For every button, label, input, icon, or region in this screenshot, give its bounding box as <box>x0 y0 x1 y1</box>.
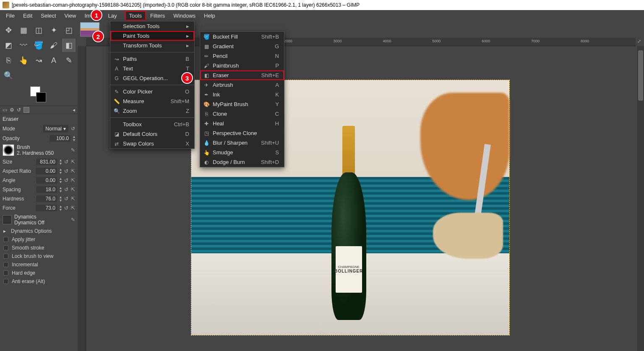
tools-menu-item[interactable]: 📏MeasureShift+M <box>110 96 194 106</box>
menu-layer[interactable]: Layer <box>104 11 117 21</box>
menu-view[interactable]: View <box>60 11 81 21</box>
menu-help[interactable]: Help <box>200 11 219 21</box>
paint-menu-item[interactable]: ◧EraserShift+E <box>200 70 284 80</box>
fuzzy-select-icon[interactable]: ✦ <box>47 23 60 37</box>
hardness-value[interactable]: 76.0 <box>36 195 57 202</box>
vertical-scrollbar[interactable] <box>637 46 644 351</box>
anti-erase-checkbox[interactable]: Anti erase (Alt) <box>0 277 78 286</box>
tool-options-title: Eraser <box>0 114 78 124</box>
paint-menu-item[interactable]: ✈AirbrushA <box>200 80 284 90</box>
toolbox: ✥ ▦ ◫ ✦ ◰ ◩ 〰 🪣 🖌 ◧ ⎘ 👆 ↝ A ✎ 🔍 <box>0 21 78 85</box>
size-label: Size <box>3 159 34 165</box>
paint-menu-item[interactable]: 🖌PaintbrushP <box>200 61 284 70</box>
mode-label: Mode <box>3 126 40 132</box>
paint-menu-item[interactable]: 👆SmudgeS <box>200 148 284 157</box>
hardness-label: Hardness <box>3 196 34 202</box>
apply-jitter-checkbox[interactable]: Apply jitter <box>0 235 78 244</box>
tools-menu-item[interactable]: ◪Default ColorsD <box>110 129 194 139</box>
angle-label: Angle <box>3 177 34 183</box>
hard-edge-checkbox[interactable]: Hard edge <box>0 269 78 277</box>
tab-images-icon[interactable] <box>23 107 29 113</box>
incremental-checkbox[interactable]: Incremental <box>0 260 78 269</box>
brush-edit-icon[interactable]: ✎ <box>71 147 75 153</box>
paint-menu-item[interactable]: ◐Dodge / BurnShift+D <box>200 157 284 167</box>
eraser-tool-icon[interactable]: ◧ <box>62 39 76 52</box>
spacing-value[interactable]: 18.0 <box>36 186 57 193</box>
opacity-value[interactable]: 100.0 <box>50 135 70 142</box>
size-link-icon[interactable]: ⇱ <box>71 159 75 165</box>
menu-tools[interactable]: Tools <box>125 11 146 21</box>
zoom-tool-icon[interactable]: 🔍 <box>2 69 15 82</box>
navigation-icon[interactable]: ⤢ <box>637 39 643 44</box>
tab-history-icon[interactable]: ↺ <box>17 107 21 113</box>
move-tool-icon[interactable]: ✥ <box>2 23 15 37</box>
paint-menu-item[interactable]: ✒InkK <box>200 90 284 99</box>
dynamics-value: Dynamics Off <box>14 220 68 226</box>
opacity-spinner[interactable]: ▴▾ <box>73 135 75 142</box>
dock-tabs: ▭ ⚙ ↺ ◂ <box>0 106 78 114</box>
tools-menu-item[interactable]: ⇄Swap ColorsX <box>110 139 194 148</box>
warp-tool-icon[interactable]: 〰 <box>17 39 30 52</box>
paint-menu-item[interactable]: ▦GradientG <box>200 42 284 51</box>
dynamics-edit-icon[interactable]: ✎ <box>71 217 75 223</box>
menu-edit[interactable]: Edit <box>19 11 37 21</box>
paint-menu-item[interactable]: ✏PencilN <box>200 51 284 61</box>
paint-menu-item[interactable]: ✚HealH <box>200 119 284 128</box>
paint-menu-item[interactable]: 💧Blur / SharpenShift+U <box>200 138 284 148</box>
aspect-value[interactable]: 0.00 <box>36 168 57 174</box>
tools-menu-dropdown: Selection Tools▸Paint Tools▸Transform To… <box>110 21 195 149</box>
mode-reset-icon[interactable]: ↺ <box>71 126 75 132</box>
window-titlebar: [pexels-sebastian-coman-photography-1598… <box>0 0 644 10</box>
force-label: Force <box>3 205 34 211</box>
force-value[interactable]: 73.0 <box>36 205 57 211</box>
tools-menu-item[interactable]: Selection Tools▸ <box>110 21 194 31</box>
tools-menu-item[interactable]: Paint Tools▸ <box>110 31 194 41</box>
paintbrush-icon[interactable]: 🖌 <box>47 39 60 52</box>
clone-tool-icon[interactable]: ⎘ <box>2 54 15 67</box>
paint-tools-submenu: 🪣Bucket FillShift+B▦GradientG✏PencilN🖌Pa… <box>200 31 284 167</box>
menu-file[interactable]: File <box>2 11 19 21</box>
lock-brush-checkbox[interactable]: Lock brush to view <box>0 252 78 260</box>
paint-menu-item[interactable]: ◳Perspective Clone <box>200 128 284 138</box>
mode-select[interactable]: Normal▾ <box>43 125 68 133</box>
menu-windows[interactable]: Windows <box>169 11 200 21</box>
tools-menu-item[interactable]: ↝PathsB <box>110 54 194 64</box>
paths-tool-icon[interactable]: ↝ <box>32 54 45 67</box>
dynamics-icon[interactable] <box>3 215 12 224</box>
free-select-icon[interactable]: ◫ <box>32 23 45 37</box>
rect-select-icon[interactable]: ▦ <box>17 23 30 37</box>
text-tool-icon[interactable]: A <box>47 54 60 67</box>
menu-filters[interactable]: Filters <box>146 11 169 21</box>
tab-tool-options-icon[interactable]: ▭ <box>3 107 7 113</box>
background-color[interactable] <box>36 92 46 102</box>
tools-menu-item[interactable]: ATextT <box>110 64 194 73</box>
tools-menu-item[interactable]: ✎Color PickerO <box>110 87 194 96</box>
brush-preview-icon[interactable] <box>3 144 14 156</box>
tools-menu-item[interactable]: ToolboxCtrl+B <box>110 120 194 129</box>
bottle: CHAMPAGNE BOLLINGER <box>331 126 366 320</box>
bucket-fill-icon[interactable]: 🪣 <box>32 39 45 52</box>
tools-menu-item[interactable]: Transform Tools▸ <box>110 41 194 50</box>
size-reset-icon[interactable]: ↺ <box>64 159 68 165</box>
color-picker-icon[interactable]: ✎ <box>62 54 76 67</box>
close-tab-icon[interactable]: × <box>97 22 100 26</box>
angle-value[interactable]: 0.00 <box>36 177 57 184</box>
tab-device-icon[interactable]: ⚙ <box>10 107 14 113</box>
paint-menu-item[interactable]: 🪣Bucket FillShift+B <box>200 32 284 42</box>
callout-badge-1: 1 <box>91 9 102 21</box>
transform-tool-icon[interactable]: ◩ <box>2 39 15 52</box>
menu-select[interactable]: Select <box>37 11 60 21</box>
smooth-stroke-checkbox[interactable]: Smooth stroke <box>0 244 78 252</box>
tools-menu-item[interactable]: 🔍ZoomZ <box>110 106 194 116</box>
size-value[interactable]: 831.00 <box>36 159 57 165</box>
callout-badge-2: 2 <box>92 31 104 42</box>
paint-menu-item[interactable]: 🎨MyPaint BrushY <box>200 99 284 109</box>
crop-tool-icon[interactable]: ◰ <box>62 23 76 37</box>
spacing-label: Spacing <box>3 187 34 192</box>
vertical-ruler <box>78 46 86 351</box>
dynamics-options-expander[interactable]: ▸Dynamics Options <box>0 227 78 235</box>
dynamics-label: Dynamics <box>14 214 68 220</box>
smudge-tool-icon[interactable]: 👆 <box>17 54 30 67</box>
tab-menu-icon[interactable]: ◂ <box>73 107 75 113</box>
paint-menu-item[interactable]: ⎘CloneC <box>200 109 284 119</box>
